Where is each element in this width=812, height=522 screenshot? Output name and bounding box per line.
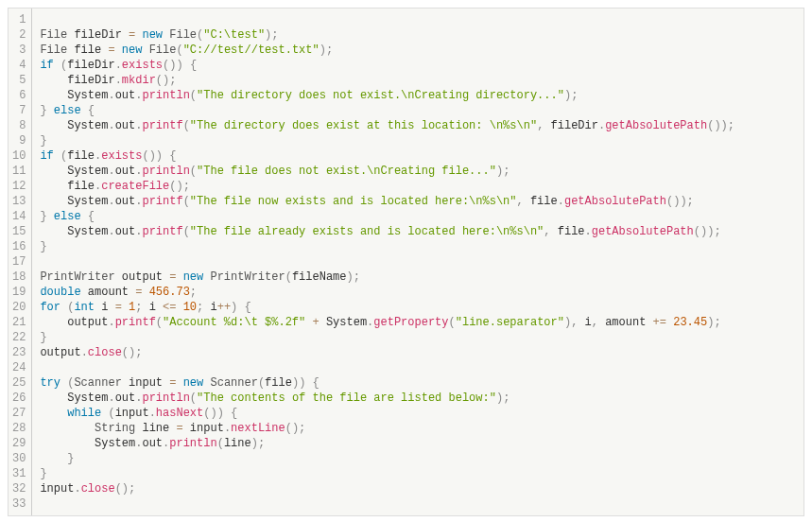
code-line: file.createFile();	[40, 179, 796, 194]
code-line: }	[40, 330, 796, 345]
code-line: if (fileDir.exists()) {	[40, 58, 796, 73]
line-number: 3	[12, 43, 26, 58]
line-number: 22	[12, 330, 26, 345]
code-line	[40, 496, 796, 512]
code-line: if (file.exists()) {	[40, 148, 796, 164]
code-line: }	[40, 466, 796, 481]
code-line: File fileDir = new File("C:\test");	[40, 27, 796, 43]
line-number: 24	[12, 360, 26, 375]
code-line: input.close();	[40, 481, 796, 496]
code-line: }	[40, 133, 796, 148]
line-number: 2	[12, 27, 26, 43]
line-number: 16	[12, 239, 26, 254]
code-line: double amount = 456.73;	[40, 285, 796, 300]
code-line	[40, 254, 796, 270]
line-number: 12	[12, 179, 26, 194]
line-number: 23	[12, 345, 26, 360]
code-line: System.out.printf("The directory does ex…	[40, 118, 796, 133]
code-line: fileDir.mkdir();	[40, 73, 796, 88]
line-number: 10	[12, 148, 26, 164]
code-line: } else {	[40, 209, 796, 224]
line-number: 32	[12, 481, 26, 496]
line-number: 15	[12, 224, 26, 239]
code-line: for (int i = 1; i <= 10; i++) {	[40, 300, 796, 315]
code-line: }	[40, 239, 796, 254]
code-line: while (input.hasNext()) {	[40, 406, 796, 421]
code-line: }	[40, 451, 796, 466]
line-number-gutter: 1234567891011121314151617181920212223242…	[9, 9, 32, 515]
line-number: 18	[12, 270, 26, 285]
line-number: 31	[12, 466, 26, 481]
line-number: 11	[12, 164, 26, 179]
line-number: 29	[12, 436, 26, 451]
line-number: 13	[12, 194, 26, 209]
line-number: 21	[12, 315, 26, 330]
line-number: 33	[12, 496, 26, 512]
line-number: 20	[12, 300, 26, 315]
code-block: 1234567891011121314151617181920212223242…	[8, 8, 804, 516]
code-line: File file = new File("C://test//test.txt…	[40, 43, 796, 58]
line-number: 30	[12, 451, 26, 466]
line-number: 26	[12, 391, 26, 406]
code-line: System.out.println("The file does not ex…	[40, 164, 796, 179]
line-number: 19	[12, 285, 26, 300]
line-number: 5	[12, 73, 26, 88]
line-number: 27	[12, 406, 26, 421]
line-number: 6	[12, 88, 26, 103]
code-line: String line = input.nextLine();	[40, 421, 796, 436]
line-number: 8	[12, 118, 26, 133]
line-number: 1	[12, 12, 26, 27]
code-line: System.out.println(line);	[40, 436, 796, 451]
code-line: output.printf("Account %d:\t $%.2f" + Sy…	[40, 315, 796, 330]
code-line	[40, 360, 796, 375]
code-line: System.out.println("The contents of the …	[40, 391, 796, 406]
code-line: System.out.println("The directory does n…	[40, 88, 796, 103]
line-number: 28	[12, 421, 26, 436]
code-line: } else {	[40, 103, 796, 118]
line-number: 17	[12, 254, 26, 270]
line-number: 25	[12, 375, 26, 391]
code-line: output.close();	[40, 345, 796, 360]
line-number: 9	[12, 133, 26, 148]
code-line	[40, 12, 796, 27]
line-number: 7	[12, 103, 26, 118]
code-line: System.out.printf("The file already exis…	[40, 224, 796, 239]
line-number: 4	[12, 58, 26, 73]
code-line: PrintWriter output = new PrintWriter(fil…	[40, 270, 796, 285]
code-area[interactable]: File fileDir = new File("C:\test");File …	[32, 9, 803, 515]
line-number: 14	[12, 209, 26, 224]
code-line: System.out.printf("The file now exists a…	[40, 194, 796, 209]
code-line: try (Scanner input = new Scanner(file)) …	[40, 375, 796, 391]
